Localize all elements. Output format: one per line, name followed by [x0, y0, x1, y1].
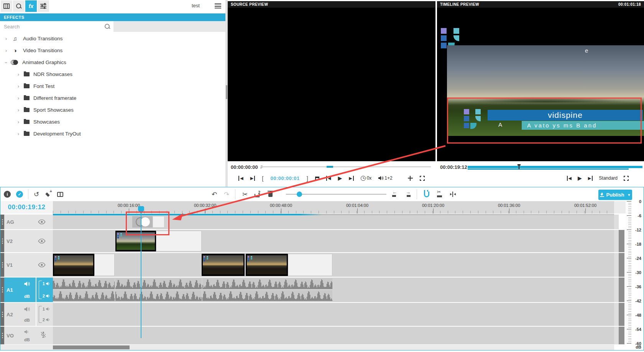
add-marker-icon[interactable]	[315, 177, 319, 180]
chevron-right-icon[interactable]: ›	[16, 96, 21, 101]
media-bin-button[interactable]	[1, 0, 12, 12]
tree-item-showcases[interactable]: › Showcases	[0, 116, 225, 128]
play-icon[interactable]: ▶	[578, 175, 582, 181]
undo-button[interactable]: ↶	[210, 190, 219, 199]
razor-clip-button[interactable]	[435, 190, 444, 199]
track-a2-header[interactable]: A2 dB 1 2	[0, 303, 53, 326]
next-frame-icon[interactable]: ▶	[588, 176, 593, 181]
audio-waveform[interactable]	[53, 290, 115, 301]
dual-view-button[interactable]	[56, 190, 65, 199]
audio-waveform[interactable]	[115, 290, 202, 301]
chevron-right-icon[interactable]: ›	[4, 36, 8, 41]
video-clip-tail[interactable]	[288, 254, 332, 276]
chevron-right-icon[interactable]: ›	[16, 72, 21, 77]
insert-right-button[interactable]	[403, 190, 412, 199]
zoom-slider-knob[interactable]	[297, 192, 302, 197]
snap-button[interactable]	[422, 190, 431, 199]
track-drag-handle[interactable]	[0, 278, 4, 302]
timeline-video-viewport[interactable]: e vidispine A A vato ys ms B and	[437, 8, 644, 161]
tree-item-video-transitions[interactable]: › ◑ Video Transitions	[0, 45, 225, 56]
speed-control[interactable]: 0x	[361, 175, 372, 181]
track-v2-header[interactable]: V2	[0, 230, 53, 252]
tree-item-font-test[interactable]: › Font Test	[0, 80, 225, 92]
goto-out-icon[interactable]: ▶	[250, 176, 255, 181]
channel-2[interactable]: 2	[43, 317, 50, 322]
audio-waveform[interactable]	[202, 290, 332, 301]
speaker-icon[interactable]	[24, 306, 30, 313]
chevron-down-icon[interactable]: ›	[3, 60, 9, 65]
db-toggle[interactable]: dB	[24, 294, 30, 299]
timeline-scrubber[interactable]	[468, 166, 642, 168]
chevron-right-icon[interactable]: ›	[16, 107, 21, 113]
quality-selector[interactable]: Standard	[599, 175, 618, 181]
track-a2-content[interactable]	[53, 303, 614, 326]
prev-frame-icon[interactable]: ◀	[326, 176, 331, 181]
track-drag-handle[interactable]	[0, 303, 4, 326]
cut-all-tracks-button[interactable]	[253, 190, 262, 199]
reset-button[interactable]: ↺	[32, 190, 41, 199]
channel-2[interactable]: 2	[43, 294, 50, 298]
eye-icon[interactable]	[38, 239, 46, 244]
goto-in-icon[interactable]: ◀	[238, 176, 243, 181]
tree-item-animated-graphics[interactable]: › Animated Graphics	[0, 56, 225, 68]
timeline-preview-timecode[interactable]: 00:00:19:12	[440, 164, 467, 170]
speaker-icon[interactable]	[24, 281, 30, 288]
track-vo-content[interactable]	[53, 327, 614, 344]
video-clip-thumbnail[interactable]	[202, 254, 245, 276]
track-ag-header[interactable]: AG	[0, 215, 53, 229]
video-clip-tail[interactable]	[94, 254, 115, 276]
track-drag-handle[interactable]	[0, 327, 4, 344]
fullscreen-icon[interactable]	[420, 176, 425, 181]
tree-item-ndr-showcases[interactable]: › NDR Showcases	[0, 68, 225, 80]
effects-panel-button[interactable]: fx	[25, 0, 37, 12]
track-a1-content[interactable]	[53, 278, 614, 302]
speaker-icon[interactable]	[24, 329, 29, 335]
trim-split-button[interactable]	[448, 190, 457, 199]
redo-button[interactable]: ↷	[222, 190, 231, 199]
publish-caret-icon[interactable]: ▼	[628, 193, 631, 197]
search-field-icon[interactable]	[104, 23, 110, 30]
jog-cross-icon[interactable]	[408, 176, 413, 181]
menu-icon[interactable]	[215, 3, 221, 8]
video-clip-thumbnail[interactable]	[53, 254, 94, 276]
track-a1-header[interactable]: A1 dB 1 2	[0, 278, 53, 302]
mic-off-icon[interactable]	[40, 331, 46, 340]
db-toggle[interactable]: dB	[24, 337, 30, 342]
panel-divider-handle[interactable]	[226, 85, 227, 99]
cut-button[interactable]: ✂	[240, 190, 250, 199]
scrollbar-thumb[interactable]	[53, 345, 130, 349]
chevron-right-icon[interactable]: ›	[16, 119, 21, 125]
next-frame-icon[interactable]: ▶	[349, 176, 353, 181]
track-vo-header[interactable]: VO dB	[0, 327, 53, 344]
search-panel-button[interactable]	[13, 0, 25, 12]
tree-item-sport-showcases[interactable]: › Sport Showcases	[0, 104, 225, 116]
source-timecode[interactable]: 00:00:00:00	[231, 164, 258, 170]
track-drag-handle[interactable]	[0, 215, 4, 229]
tree-item-audio-transitions[interactable]: › ♫ Audio Transitions	[0, 33, 225, 45]
audio-waveform[interactable]	[115, 278, 202, 289]
timeline-timecode[interactable]: 00:00:19:12	[0, 201, 53, 213]
play-icon[interactable]: ▶	[338, 175, 342, 181]
fullscreen-icon[interactable]	[624, 176, 629, 181]
prev-frame-icon[interactable]: ◀	[567, 176, 572, 181]
approve-button[interactable]: ✓	[15, 190, 24, 199]
track-v1-content[interactable]	[53, 253, 614, 277]
channel-1[interactable]: 1	[43, 281, 50, 286]
chevron-right-icon[interactable]: ›	[16, 131, 21, 137]
insert-left-button[interactable]	[391, 190, 400, 199]
channel-1[interactable]: 1	[43, 307, 50, 311]
tree-item-development-tryout[interactable]: › Development TryOut	[0, 128, 225, 140]
track-v1-header[interactable]: V1	[0, 253, 53, 277]
publish-button[interactable]: Publish ▼	[598, 190, 632, 200]
audio-waveform[interactable]	[202, 278, 332, 289]
audio-waveform[interactable]	[53, 278, 115, 289]
db-toggle[interactable]: dB	[24, 318, 30, 322]
video-clip-thumbnail[interactable]	[246, 254, 288, 276]
tree-item-different-framerate[interactable]: › Different framerate	[0, 92, 225, 104]
zoom-slider[interactable]	[286, 194, 386, 195]
chevron-right-icon[interactable]: ›	[4, 48, 8, 53]
source-frame-timecode[interactable]: 00:00:00:01	[270, 175, 299, 181]
add-layer-button[interactable]	[43, 190, 53, 199]
audio-channels-control[interactable]: 1+2	[378, 175, 392, 181]
horizontal-scrollbar[interactable]	[1, 345, 614, 350]
